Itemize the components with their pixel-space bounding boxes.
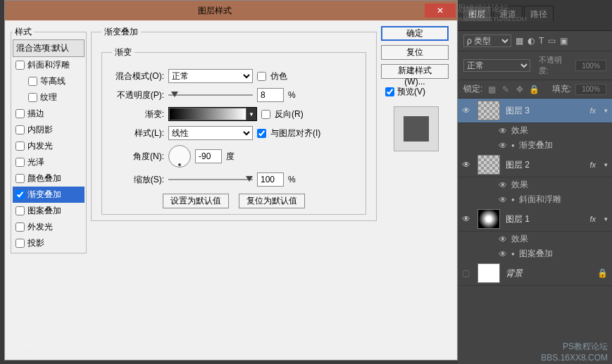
effect-item[interactable]: 👁●图案叠加 bbox=[458, 246, 612, 261]
fx-badge[interactable]: fx bbox=[589, 161, 596, 169]
opacity-input[interactable] bbox=[257, 88, 284, 102]
filter-smart-icon[interactable]: ▣ bbox=[560, 36, 568, 46]
bevel-checkbox[interactable] bbox=[15, 61, 25, 70]
gradient-picker[interactable]: ▼ bbox=[168, 107, 257, 121]
dialog-title: 图层样式 bbox=[5, 5, 425, 17]
baidu-watermark: Bai❀贴吧 bbox=[6, 347, 48, 360]
bevel-emboss-item[interactable]: 斜面和浮雕 bbox=[13, 57, 85, 73]
layer-row[interactable]: 👁 图层 3 fx▾ bbox=[458, 99, 612, 123]
filter-type-icon[interactable]: T bbox=[539, 36, 544, 46]
contour-checkbox[interactable] bbox=[28, 77, 37, 86]
layer-thumbnail[interactable] bbox=[477, 263, 500, 283]
inner-glow-item[interactable]: 内发光 bbox=[13, 138, 85, 154]
align-label: 与图层对齐(I) bbox=[270, 127, 320, 139]
lock-all-icon[interactable]: 🔒 bbox=[529, 84, 539, 94]
layer-row[interactable]: 👁 图层 2 fx▾ bbox=[458, 153, 612, 177]
gradient-label: 渐变: bbox=[112, 108, 164, 120]
lock-transparency-icon[interactable]: ▦ bbox=[487, 84, 497, 94]
new-style-button[interactable]: 新建样式(W)... bbox=[381, 64, 449, 79]
filter-adjust-icon[interactable]: ◐ bbox=[527, 36, 535, 46]
color-overlay-item[interactable]: 颜色叠加 bbox=[13, 170, 85, 187]
effect-item[interactable]: 👁●斜面和浮雕 bbox=[458, 192, 612, 207]
watermark: PS教程论坛 BBS.16XX8.COM bbox=[541, 341, 608, 363]
lock-move-icon[interactable]: ✥ bbox=[515, 84, 525, 94]
reverse-checkbox[interactable] bbox=[261, 110, 270, 119]
dialog-action-column: 确定 复位 新建样式(W)... 预览(V) bbox=[381, 26, 451, 354]
panel-opacity-input[interactable] bbox=[575, 60, 606, 71]
outer-glow-checkbox[interactable] bbox=[15, 222, 25, 232]
filter-shape-icon[interactable]: ▭ bbox=[548, 36, 556, 46]
close-button[interactable]: ✕ bbox=[425, 4, 456, 18]
angle-dial[interactable] bbox=[168, 145, 191, 168]
gradient-dropdown-icon[interactable]: ▼ bbox=[246, 108, 256, 120]
reset-default-button[interactable]: 复位为默认值 bbox=[239, 194, 305, 208]
cancel-button[interactable]: 复位 bbox=[381, 45, 449, 60]
fill-input[interactable] bbox=[575, 84, 606, 95]
blend-options-item[interactable]: 混合选项:默认 bbox=[13, 39, 85, 57]
layer-row[interactable]: ▢ 背景 🔒 bbox=[458, 261, 612, 286]
inner-shadow-checkbox[interactable] bbox=[15, 125, 25, 134]
blend-mode-select[interactable]: 正常 bbox=[168, 69, 253, 83]
dither-checkbox[interactable] bbox=[257, 72, 266, 81]
layer-thumbnail[interactable] bbox=[477, 101, 500, 120]
preview-checkbox[interactable] bbox=[385, 87, 394, 96]
contour-item[interactable]: 等高线 bbox=[13, 73, 85, 89]
effects-header[interactable]: 👁效果 bbox=[458, 232, 612, 246]
panel-opacity-label: 不透明度: bbox=[539, 55, 571, 76]
layer-row[interactable]: 👁 图层 1 fx▾ bbox=[458, 207, 612, 232]
drop-shadow-item[interactable]: 投影 bbox=[13, 235, 85, 251]
layer-thumbnail[interactable] bbox=[477, 155, 500, 175]
chevron-down-icon[interactable]: ▾ bbox=[604, 107, 608, 114]
align-checkbox[interactable] bbox=[257, 129, 266, 138]
layer-blend-select[interactable]: 正常 bbox=[463, 59, 530, 72]
pattern-overlay-checkbox[interactable] bbox=[15, 206, 25, 215]
filter-type-select[interactable]: ρ 类型 bbox=[463, 34, 511, 47]
stroke-checkbox[interactable] bbox=[15, 109, 25, 118]
satin-checkbox[interactable] bbox=[15, 158, 25, 167]
fx-badge[interactable]: fx bbox=[589, 215, 596, 223]
drop-shadow-checkbox[interactable] bbox=[15, 239, 25, 248]
preview-label: 预览(V) bbox=[397, 86, 425, 98]
visibility-icon[interactable]: 👁 bbox=[462, 214, 472, 224]
effect-item[interactable]: 👁●渐变叠加 bbox=[458, 138, 612, 153]
dither-label: 仿色 bbox=[270, 70, 287, 82]
scale-label: 缩放(S): bbox=[112, 174, 164, 186]
layer-thumbnail[interactable] bbox=[477, 209, 500, 229]
visibility-icon[interactable]: 👁 bbox=[462, 106, 472, 115]
preview-swatch bbox=[394, 106, 439, 151]
style-select[interactable]: 线性 bbox=[168, 126, 253, 140]
set-default-button[interactable]: 设置为默认值 bbox=[163, 194, 229, 208]
satin-item[interactable]: 光泽 bbox=[13, 154, 85, 170]
filter-pixel-icon[interactable]: ▦ bbox=[516, 36, 523, 46]
pattern-overlay-item[interactable]: 图案叠加 bbox=[13, 203, 85, 219]
effects-header[interactable]: 👁效果 bbox=[458, 123, 612, 138]
chevron-down-icon[interactable]: ▾ bbox=[604, 161, 608, 168]
layers-panel: 思缘设计论坛 WWW.MISSYUAN.COM 图层 通道 路径 ρ 类型 ▦ … bbox=[458, 0, 612, 364]
angle-input[interactable] bbox=[195, 149, 222, 163]
gradient-overlay-legend: 渐变叠加 bbox=[101, 26, 141, 38]
angle-unit: 度 bbox=[226, 151, 235, 163]
outer-glow-item[interactable]: 外发光 bbox=[13, 219, 85, 235]
lock-brush-icon[interactable]: ✎ bbox=[501, 84, 511, 94]
scale-input[interactable] bbox=[257, 172, 284, 187]
ok-button[interactable]: 确定 bbox=[381, 26, 449, 41]
gradient-overlay-checkbox[interactable] bbox=[15, 190, 25, 199]
texture-item[interactable]: 纹理 bbox=[13, 89, 85, 106]
visibility-icon[interactable]: ▢ bbox=[462, 268, 472, 278]
fx-badge[interactable]: fx bbox=[589, 106, 596, 115]
chevron-down-icon[interactable]: ▾ bbox=[604, 215, 608, 222]
dialog-titlebar[interactable]: 图层样式 ✕ bbox=[5, 1, 457, 20]
texture-checkbox[interactable] bbox=[28, 93, 37, 102]
gradient-legend: 渐变 bbox=[112, 46, 135, 58]
settings-pane: 渐变叠加 渐变 混合模式(O): 正常 仿色 不透明度(P): % bbox=[91, 26, 377, 354]
visibility-icon[interactable]: 👁 bbox=[462, 160, 472, 170]
styles-sidebar: 样式 混合选项:默认 斜面和浮雕 等高线 纹理 描边 内阴影 内发光 光泽 颜色… bbox=[11, 26, 87, 354]
inner-shadow-item[interactable]: 内阴影 bbox=[13, 122, 85, 138]
inner-glow-checkbox[interactable] bbox=[15, 142, 25, 151]
stroke-item[interactable]: 描边 bbox=[13, 106, 85, 122]
gradient-overlay-item[interactable]: 渐变叠加 bbox=[13, 187, 85, 203]
color-overlay-checkbox[interactable] bbox=[15, 174, 25, 183]
opacity-slider[interactable] bbox=[168, 89, 253, 101]
scale-slider[interactable] bbox=[168, 174, 253, 185]
effects-header[interactable]: 👁效果 bbox=[458, 177, 612, 192]
